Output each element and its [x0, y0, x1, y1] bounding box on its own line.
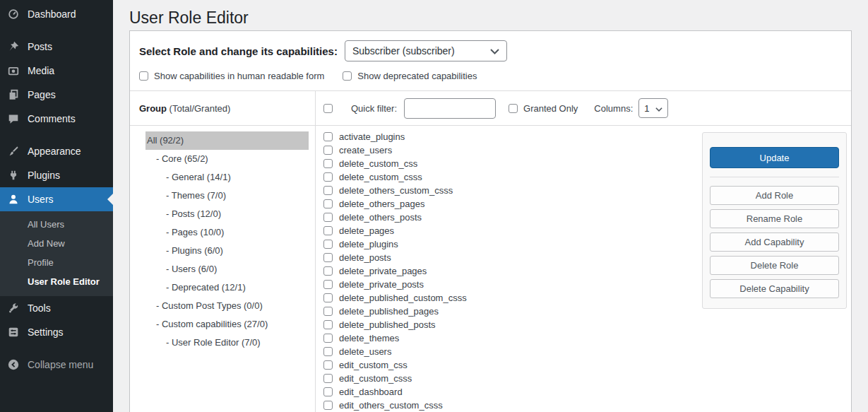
capability-label: activate_plugins: [339, 131, 405, 142]
settings-icon: [6, 325, 20, 339]
granted-only-checkbox[interactable]: [509, 104, 518, 113]
columns-select[interactable]: 1: [638, 98, 668, 118]
submenu-item-profile[interactable]: Profile: [0, 253, 113, 272]
secondary-actions: Add RoleRename RoleAdd CapabilityDelete …: [710, 186, 839, 298]
capability-checkbox[interactable]: [323, 401, 333, 410]
sidebar-item-settings[interactable]: Settings: [0, 320, 113, 344]
group-tree-item[interactable]: - Pages (10/0): [145, 223, 309, 242]
show-deprecated-checkbox[interactable]: [343, 71, 352, 81]
capability-label: delete_users: [339, 346, 391, 357]
group-tree-item[interactable]: - General (14/1): [145, 168, 309, 187]
role-editor-panel: Select Role and change its capabilities:…: [129, 30, 852, 412]
capability-label: delete_others_pages: [339, 199, 424, 209]
submenu-item-user-role-editor[interactable]: User Role Editor: [0, 272, 113, 291]
rename-role-button[interactable]: Rename Role: [710, 209, 839, 228]
menu-separator: [0, 131, 113, 139]
capability-label: delete_custom_css: [339, 158, 417, 169]
capability-checkbox[interactable]: [323, 280, 333, 289]
sidebar-item-collapse-menu[interactable]: Collapse menu: [0, 353, 113, 377]
sidebar-item-dashboard[interactable]: Dashboard: [0, 2, 113, 26]
group-tree-item[interactable]: - Users (6/0): [145, 260, 309, 278]
comments-icon: [6, 112, 20, 126]
users-submenu: All Users Add New Profile User Role Edit…: [0, 211, 113, 296]
capability-label: delete_published_pages: [339, 306, 439, 317]
capability-label: delete_pages: [339, 225, 394, 236]
sidebar-item-label: Appearance: [28, 146, 81, 157]
delete-capability-button[interactable]: Delete Capability: [710, 279, 839, 298]
sidebar-item-label: Dashboard: [28, 8, 76, 20]
group-tree-item[interactable]: - Themes (7/0): [145, 187, 309, 205]
menu-separator: [0, 344, 113, 353]
capability-checkbox[interactable]: [323, 387, 333, 396]
capability-checkbox[interactable]: [323, 374, 333, 383]
dashboard-icon: [6, 7, 20, 21]
group-tree-item[interactable]: - Posts (12/0): [145, 205, 309, 223]
group-tree-item[interactable]: - Custom capabilities (27/0): [145, 315, 309, 334]
capability-label: delete_posts: [339, 252, 391, 263]
group-tree-item[interactable]: - Deprecated (12/1): [145, 278, 309, 297]
capability-checkbox[interactable]: [323, 307, 333, 316]
add-capability-button[interactable]: Add Capability: [710, 233, 839, 252]
capability-checkbox[interactable]: [323, 266, 333, 276]
capability-checkbox[interactable]: [323, 213, 333, 222]
capability-checkbox[interactable]: [323, 226, 333, 235]
capability-checkbox[interactable]: [323, 159, 333, 168]
sidebar-item-users[interactable]: Users: [0, 187, 113, 211]
capability-label: delete_themes: [339, 333, 399, 343]
chevron-down-icon: [655, 103, 662, 114]
group-tree-item[interactable]: All (92/2): [145, 131, 309, 150]
sidebar-item-posts[interactable]: Posts: [0, 35, 113, 59]
capability-label: delete_published_custom_csss: [339, 293, 467, 303]
capability-label: delete_plugins: [339, 239, 398, 249]
sidebar-item-appearance[interactable]: Appearance: [0, 139, 113, 163]
capability-checkbox[interactable]: [323, 199, 333, 208]
plugins-icon: [6, 168, 20, 182]
delete-role-button[interactable]: Delete Role: [710, 256, 839, 275]
capability-row: edit_others_custom_csss: [323, 399, 851, 412]
capability-checkbox[interactable]: [323, 320, 333, 329]
capability-checkbox[interactable]: [323, 240, 333, 249]
admin-sidebar: Dashboard Posts Media Pages Comments: [0, 0, 113, 412]
capability-checkbox[interactable]: [323, 334, 333, 343]
active-menu-arrow: [107, 194, 113, 205]
capability-label: edit_dashboard: [339, 387, 403, 397]
group-tree-item[interactable]: - Core (65/2): [145, 150, 309, 168]
sidebar-item-label: Plugins: [28, 170, 60, 181]
add-role-button[interactable]: Add Role: [710, 186, 839, 205]
pushpin-icon: [6, 40, 20, 54]
human-readable-checkbox[interactable]: [139, 71, 148, 81]
capability-checkbox[interactable]: [323, 186, 333, 195]
capability-checkbox[interactable]: [323, 293, 333, 302]
show-deprecated-label: Show deprecated capabilities: [357, 71, 477, 81]
capability-checkbox[interactable]: [323, 172, 333, 182]
role-select[interactable]: Subscriber (subscriber): [345, 40, 507, 61]
capability-checkbox[interactable]: [323, 253, 333, 262]
select-all-checkbox[interactable]: [323, 104, 333, 113]
columns-select-value: 1: [644, 103, 649, 114]
sidebar-item-plugins[interactable]: Plugins: [0, 163, 113, 187]
group-tree-item[interactable]: - User Role Editor (7/0): [145, 334, 309, 352]
sidebar-item-pages[interactable]: Pages: [0, 83, 113, 107]
actions-divider: [710, 177, 839, 177]
capability-checkbox[interactable]: [323, 360, 333, 370]
sidebar-item-label: Media: [28, 65, 54, 76]
sidebar-item-tools[interactable]: Tools: [0, 296, 113, 320]
submenu-item-add-new[interactable]: Add New: [0, 234, 113, 253]
pages-icon: [6, 88, 20, 102]
capability-checkbox[interactable]: [323, 132, 333, 141]
capability-row: delete_users: [323, 345, 851, 358]
sidebar-item-comments[interactable]: Comments: [0, 107, 113, 131]
capability-checkbox[interactable]: [323, 347, 333, 356]
update-button[interactable]: Update: [710, 147, 839, 168]
submenu-item-all-users[interactable]: All Users: [0, 215, 113, 234]
role-selector-label: Select Role and change its capabilities:: [139, 45, 338, 57]
main-content: User Role Editor Select Role and change …: [113, 0, 868, 412]
capability-checkbox[interactable]: [323, 146, 333, 155]
sidebar-item-label: Settings: [28, 326, 64, 338]
sidebar-item-label: Posts: [28, 41, 52, 52]
sidebar-item-media[interactable]: Media: [0, 59, 113, 83]
quick-filter-input[interactable]: [404, 98, 496, 119]
group-tree-item[interactable]: - Custom Post Types (0/0): [145, 297, 309, 315]
sidebar-item-label: Collapse menu: [28, 359, 93, 370]
group-tree-item[interactable]: - Plugins (6/0): [145, 242, 309, 260]
